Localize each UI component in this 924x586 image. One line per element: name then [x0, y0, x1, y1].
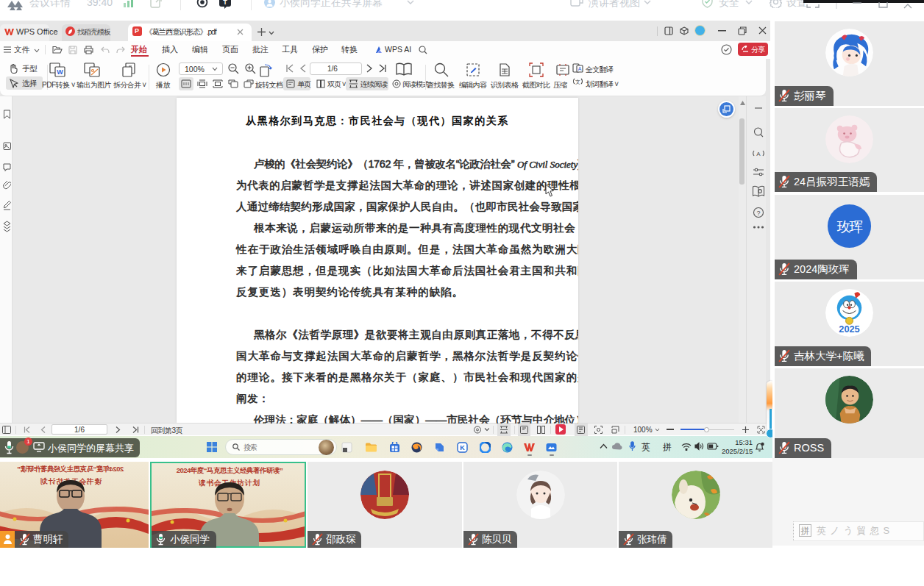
svg-text:?: ? — [756, 210, 760, 217]
svg-text:K: K — [460, 444, 465, 451]
svg-text:A: A — [756, 151, 761, 157]
svg-text:文: 文 — [575, 79, 580, 85]
svg-text:2024年度“马克思主义经典著作研读”: 2024年度“马克思主义经典著作研读” — [17, 465, 124, 473]
svg-text:T: T — [223, 0, 227, 6]
svg-text:2025: 2025 — [839, 324, 859, 335]
svg-text:W: W — [57, 68, 63, 76]
svg-text:2024年度“马克思主义经典著作研读”: 2024年度“马克思主义经典著作研读” — [177, 466, 283, 474]
svg-text:A: A — [578, 66, 582, 71]
svg-text:玫珲: 玫珲 — [837, 219, 863, 235]
